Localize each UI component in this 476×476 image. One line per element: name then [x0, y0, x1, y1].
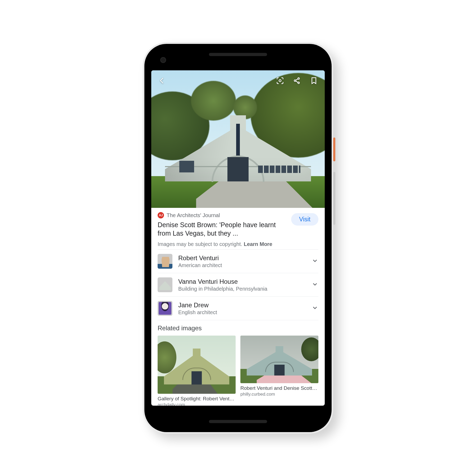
source-row: AJ The Architects' Journal Denise Scott …: [158, 208, 318, 237]
related-card[interactable]: Gallery of Spotlight: Robert Venturi … a…: [158, 336, 236, 406]
share-icon[interactable]: [292, 76, 301, 85]
related-card-source: archdaily.com: [158, 402, 236, 406]
headline[interactable]: Denise Scott Brown: 'People have learnt …: [158, 221, 287, 237]
power-button[interactable]: [333, 138, 335, 161]
hero-overlay: [151, 70, 325, 91]
entity-name: Vanna Venturi House: [178, 278, 306, 285]
related-card[interactable]: Robert Venturi and Denise Scott Br… phil…: [240, 336, 318, 406]
chevron-down-icon[interactable]: [312, 304, 318, 312]
svg-line-4: [296, 79, 298, 80]
entity-thumb: [158, 254, 172, 269]
svg-line-5: [296, 81, 298, 83]
screen: AJ The Architects' Journal Denise Scott …: [151, 70, 325, 406]
source-badge: AJ: [158, 212, 164, 218]
related-thumb: [158, 336, 236, 394]
source-chip[interactable]: AJ The Architects' Journal: [158, 212, 287, 218]
entity-thumb: [158, 301, 172, 316]
volume-button[interactable]: [333, 172, 335, 225]
entity-sub: Building in Philadelphia, Pennsylvania: [178, 286, 306, 292]
front-camera: [160, 57, 166, 63]
svg-point-0: [279, 80, 281, 82]
entity-sub: American architect: [178, 262, 306, 268]
copyright-notice: Images may be subject to copyright. Lear…: [158, 241, 318, 247]
entity-row[interactable]: Jane Drew English architect: [158, 296, 318, 320]
chevron-down-icon[interactable]: [312, 281, 318, 289]
related-thumb: [240, 336, 318, 383]
related-card-title: Robert Venturi and Denise Scott Br…: [240, 385, 318, 391]
entity-name: Jane Drew: [178, 301, 306, 309]
copyright-text: Images may be subject to copyright.: [158, 241, 244, 247]
hero-image[interactable]: [151, 70, 325, 208]
stage: AJ The Architects' Journal Denise Scott …: [0, 0, 476, 476]
related-title: Related images: [158, 324, 318, 332]
source-name: The Architects' Journal: [167, 212, 220, 218]
back-icon[interactable]: [158, 76, 167, 85]
entity-row[interactable]: Robert Venturi American architect: [158, 249, 318, 273]
related-grid: Gallery of Spotlight: Robert Venturi … a…: [158, 336, 318, 406]
related-card-source: philly.curbed.com: [240, 392, 318, 397]
entity-row[interactable]: Vanna Venturi House Building in Philadel…: [158, 273, 318, 296]
learn-more-link[interactable]: Learn More: [244, 241, 272, 247]
info-panel: AJ The Architects' Journal Denise Scott …: [151, 208, 325, 406]
speaker-bottom: [209, 420, 267, 423]
entity-thumb: [158, 277, 172, 292]
bookmark-icon[interactable]: [309, 76, 318, 85]
visit-button[interactable]: Visit: [291, 213, 318, 226]
related-card-title: Gallery of Spotlight: Robert Venturi …: [158, 396, 236, 402]
entity-sub: English architect: [178, 309, 306, 315]
lens-icon[interactable]: [276, 76, 285, 85]
chevron-down-icon[interactable]: [312, 257, 318, 265]
phone-device: AJ The Architects' Journal Denise Scott …: [143, 42, 333, 434]
entity-name: Robert Venturi: [178, 254, 306, 262]
speaker-top: [209, 53, 267, 56]
phone-bezel: AJ The Architects' Journal Denise Scott …: [144, 44, 332, 432]
